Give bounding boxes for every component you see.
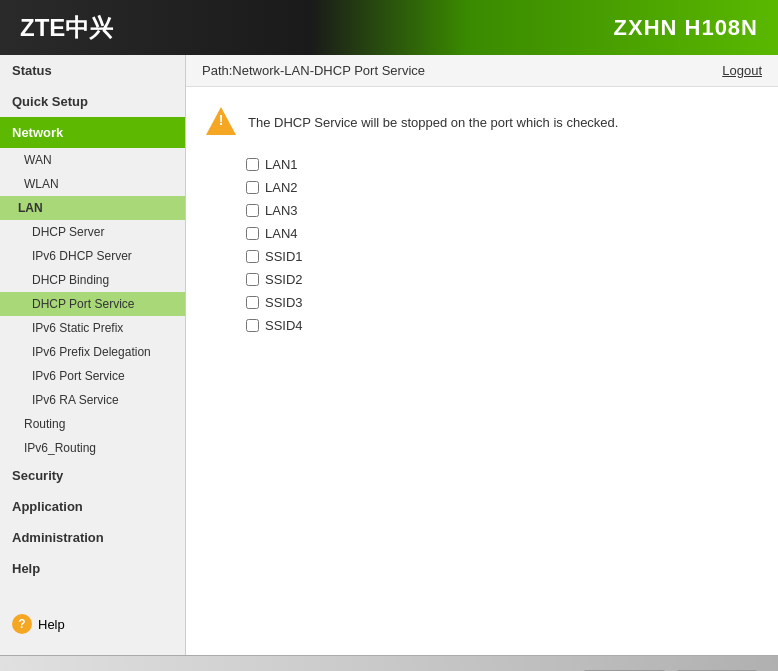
ssid3-label: SSID3 [265,295,303,310]
ssid2-checkbox[interactable] [246,273,259,286]
checkbox-ssid2: SSID2 [246,272,758,287]
content-area: Path:Network-LAN-DHCP Port Service Logou… [186,55,778,655]
sidebar-item-ipv6-port-service[interactable]: IPv6 Port Service [0,364,185,388]
ssid4-checkbox[interactable] [246,319,259,332]
sidebar-item-administration[interactable]: Administration [0,522,185,553]
sidebar-item-dhcp-server[interactable]: DHCP Server [0,220,185,244]
lan4-label: LAN4 [265,226,298,241]
sidebar-item-quicksetup[interactable]: Quick Setup [0,86,185,117]
ssid1-label: SSID1 [265,249,303,264]
sidebar-item-ipv6-dhcp-server[interactable]: IPv6 DHCP Server [0,244,185,268]
ssid2-label: SSID2 [265,272,303,287]
lan2-checkbox[interactable] [246,181,259,194]
checkbox-ssid4: SSID4 [246,318,758,333]
checkbox-lan1: LAN1 [246,157,758,172]
sidebar-item-status[interactable]: Status [0,55,185,86]
warning-icon: ! [206,107,236,137]
sidebar-item-ipv6-ra-service[interactable]: IPv6 RA Service [0,388,185,412]
content-body: ! The DHCP Service will be stopped on th… [186,87,778,655]
sidebar-item-network[interactable]: Network [0,117,185,148]
ssid4-label: SSID4 [265,318,303,333]
header: ZTE中兴 ZXHN H108N [0,0,778,55]
footer: Submit Cancel [0,655,778,671]
ssid1-checkbox[interactable] [246,250,259,263]
sidebar-item-dhcp-binding[interactable]: DHCP Binding [0,268,185,292]
warning-box: ! The DHCP Service will be stopped on th… [206,107,758,137]
sidebar-item-ipv6-static-prefix[interactable]: IPv6 Static Prefix [0,316,185,340]
checkbox-lan2: LAN2 [246,180,758,195]
main-container: Status Quick Setup Network WAN WLAN LAN … [0,55,778,655]
logo: ZTE中兴 [20,12,113,44]
sidebar-item-lan[interactable]: LAN [0,196,185,220]
lan3-checkbox[interactable] [246,204,259,217]
sidebar-item-application[interactable]: Application [0,491,185,522]
lan2-label: LAN2 [265,180,298,195]
checkbox-lan4: LAN4 [246,226,758,241]
logout-link[interactable]: Logout [722,63,762,78]
sidebar-item-help[interactable]: Help [0,553,185,584]
sidebar-item-wan[interactable]: WAN [0,148,185,172]
help-circle-icon[interactable]: ? [12,614,32,634]
lan3-label: LAN3 [265,203,298,218]
sidebar-item-dhcp-port-service[interactable]: DHCP Port Service [0,292,185,316]
model-name: ZXHN H108N [614,15,758,41]
sidebar-item-routing[interactable]: Routing [0,412,185,436]
checkbox-ssid1: SSID1 [246,249,758,264]
sidebar-item-security[interactable]: Security [0,460,185,491]
lan1-checkbox[interactable] [246,158,259,171]
checkbox-lan3: LAN3 [246,203,758,218]
sidebar-item-wlan[interactable]: WLAN [0,172,185,196]
lan4-checkbox[interactable] [246,227,259,240]
sidebar-item-ipv6-routing[interactable]: IPv6_Routing [0,436,185,460]
warning-message: The DHCP Service will be stopped on the … [248,115,618,130]
lan1-label: LAN1 [265,157,298,172]
help-section: ? Help [0,604,185,644]
sidebar: Status Quick Setup Network WAN WLAN LAN … [0,55,186,655]
help-label: Help [38,617,65,632]
checkbox-ssid3: SSID3 [246,295,758,310]
sidebar-item-ipv6-prefix-delegation[interactable]: IPv6 Prefix Delegation [0,340,185,364]
breadcrumb: Path:Network-LAN-DHCP Port Service [202,63,425,78]
breadcrumb-bar: Path:Network-LAN-DHCP Port Service Logou… [186,55,778,87]
ssid3-checkbox[interactable] [246,296,259,309]
checkboxes-container: LAN1 LAN2 LAN3 LAN4 SSID1 [246,157,758,333]
